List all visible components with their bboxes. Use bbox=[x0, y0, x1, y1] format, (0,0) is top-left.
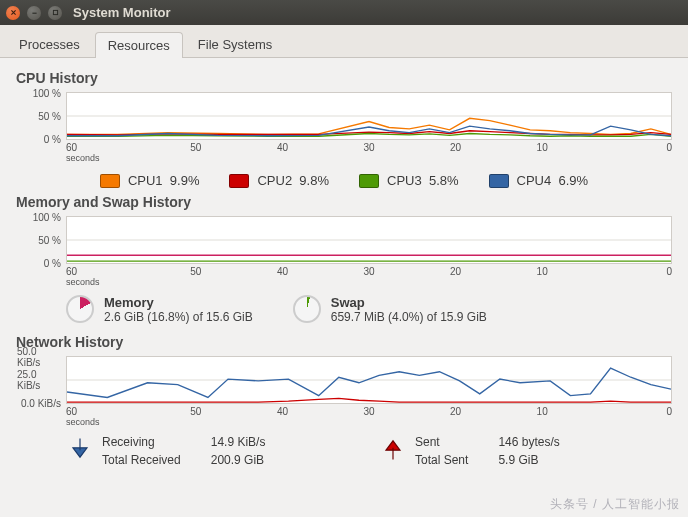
network-receiving: Receiving 14.9 KiB/s Total Received 200.… bbox=[66, 435, 359, 467]
memory-value: 2.6 GiB (16.8%) of 15.6 GiB bbox=[104, 310, 253, 324]
swatch-icon bbox=[359, 174, 379, 188]
tab-resources[interactable]: Resources bbox=[95, 32, 183, 58]
recv-total: 200.9 GiB bbox=[211, 453, 266, 467]
memory-x-axis: 6050403020100 bbox=[66, 266, 672, 277]
cpu-x-unit: seconds bbox=[66, 153, 672, 163]
memory-usage: Memory 2.6 GiB (16.8%) of 15.6 GiB bbox=[66, 295, 253, 324]
watermark: 头条号 / 人工智能小报 bbox=[550, 496, 680, 513]
sent-rate: 146 bytes/s bbox=[498, 435, 559, 449]
cpu-chart: 100 % 50 % 0 % bbox=[66, 92, 672, 140]
memory-chart: 100 % 50 % 0 % bbox=[66, 216, 672, 264]
swatch-icon bbox=[489, 174, 509, 188]
network-chart: 50.0 KiB/s 25.0 KiB/s 0.0 KiB/s bbox=[66, 356, 672, 404]
titlebar: System Monitor bbox=[0, 0, 688, 25]
close-icon[interactable] bbox=[6, 6, 20, 20]
swatch-icon bbox=[100, 174, 120, 188]
memory-x-unit: seconds bbox=[66, 277, 672, 287]
network-x-axis: 6050403020100 bbox=[66, 406, 672, 417]
swap-label: Swap bbox=[331, 295, 365, 310]
legend-cpu2[interactable]: CPU2 9.8% bbox=[229, 173, 329, 188]
minimize-icon[interactable] bbox=[27, 6, 41, 20]
swap-value: 659.7 MiB (4.0%) of 15.9 GiB bbox=[331, 310, 487, 324]
network-history-title: Network History bbox=[16, 334, 672, 350]
window-title: System Monitor bbox=[73, 5, 171, 20]
network-y-axis: 50.0 KiB/s 25.0 KiB/s 0.0 KiB/s bbox=[17, 357, 65, 403]
memory-y-axis: 100 % 50 % 0 % bbox=[17, 217, 65, 263]
legend-cpu4[interactable]: CPU4 6.9% bbox=[489, 173, 589, 188]
tab-processes[interactable]: Processes bbox=[6, 31, 93, 57]
maximize-icon[interactable] bbox=[48, 6, 62, 20]
svg-rect-0 bbox=[53, 10, 57, 14]
cpu-legend: CPU1 9.9%CPU2 9.8%CPU3 5.8%CPU4 6.9% bbox=[16, 173, 672, 188]
swap-pie-icon bbox=[293, 295, 321, 323]
recv-label: Receiving bbox=[102, 435, 181, 449]
sent-total-label: Total Sent bbox=[415, 453, 468, 467]
swap-usage: Swap 659.7 MiB (4.0%) of 15.9 GiB bbox=[293, 295, 487, 324]
network-x-unit: seconds bbox=[66, 417, 672, 427]
legend-cpu1[interactable]: CPU1 9.9% bbox=[100, 173, 200, 188]
sent-label: Sent bbox=[415, 435, 468, 449]
sent-total: 5.9 GiB bbox=[498, 453, 559, 467]
legend-cpu3[interactable]: CPU3 5.8% bbox=[359, 173, 459, 188]
upload-arrow-icon bbox=[379, 435, 407, 463]
swatch-icon bbox=[229, 174, 249, 188]
cpu-y-axis: 100 % 50 % 0 % bbox=[17, 93, 65, 139]
memory-history-title: Memory and Swap History bbox=[16, 194, 672, 210]
cpu-history-title: CPU History bbox=[16, 70, 672, 86]
tab-filesystems[interactable]: File Systems bbox=[185, 31, 285, 57]
tab-bar: Processes Resources File Systems bbox=[0, 25, 688, 58]
recv-rate: 14.9 KiB/s bbox=[211, 435, 266, 449]
memory-pie-icon bbox=[66, 295, 94, 323]
download-arrow-icon bbox=[66, 435, 94, 463]
cpu-x-axis: 6050403020100 bbox=[66, 142, 672, 153]
recv-total-label: Total Received bbox=[102, 453, 181, 467]
memory-label: Memory bbox=[104, 295, 154, 310]
network-sent: Sent 146 bytes/s Total Sent 5.9 GiB bbox=[379, 435, 672, 467]
